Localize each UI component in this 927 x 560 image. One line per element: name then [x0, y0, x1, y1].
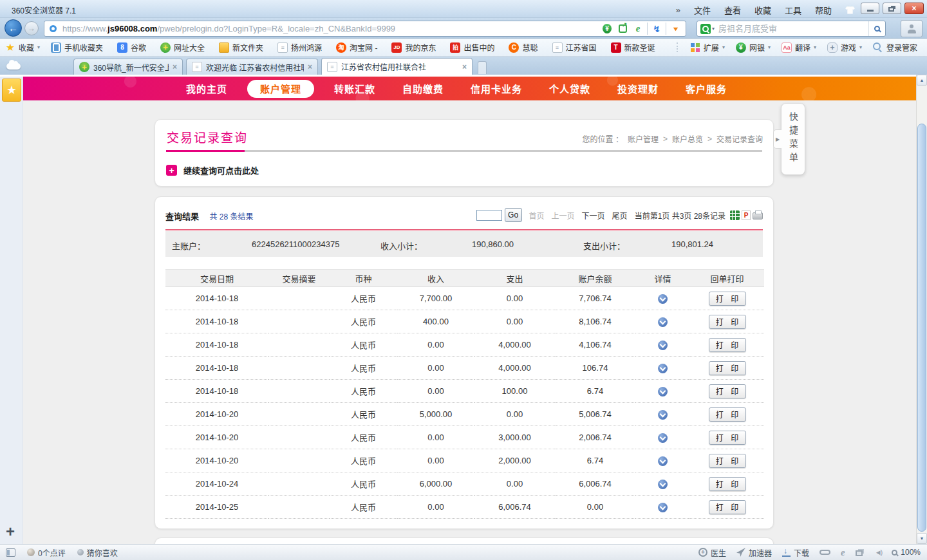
scroll-down-icon[interactable]: ▼: [917, 533, 927, 544]
last-page-link[interactable]: 尾页: [612, 210, 628, 221]
back-button[interactable]: ←: [5, 19, 22, 37]
restore-button[interactable]: [883, 3, 901, 14]
first-page-link[interactable]: 首页: [529, 210, 545, 221]
site-nav-item[interactable]: 我的主页: [173, 82, 241, 95]
site-nav-item[interactable]: 客户服务: [672, 82, 740, 95]
export-pdf-icon[interactable]: [742, 210, 751, 220]
print-receipt-button[interactable]: 打 印: [709, 338, 746, 352]
quick-menu-tab[interactable]: 快捷菜单: [781, 103, 805, 175]
recommend-status[interactable]: 猜你喜欢: [77, 547, 118, 558]
sidebar-add-icon[interactable]: [6, 524, 15, 539]
doctor-tool[interactable]: 医生: [698, 547, 726, 558]
tab-close-icon[interactable]: [308, 62, 312, 71]
print-receipt-button[interactable]: 打 印: [709, 315, 746, 329]
breadcrumb-link[interactable]: 交易记录查询: [716, 133, 763, 144]
bookmark-item[interactable]: 我的京东: [391, 42, 439, 53]
site-nav-item[interactable]: 转账汇款: [321, 82, 389, 95]
menu-item[interactable]: 收藏: [754, 4, 771, 16]
bookmark-item[interactable]: 扬州鸿源: [277, 42, 325, 53]
zoom-control[interactable]: 100%: [892, 548, 921, 557]
forward-button[interactable]: →: [24, 21, 39, 35]
browser-tab[interactable]: 欢迎光临 江苏省农村信用社联合: [186, 59, 318, 75]
site-nav-item[interactable]: 个人贷款: [536, 82, 604, 95]
mode-dropdown-icon[interactable]: ▼: [668, 21, 683, 36]
detail-expand-icon[interactable]: [658, 503, 668, 512]
bookmark-item[interactable]: 网址大全: [160, 42, 208, 53]
bookmark-item[interactable]: 江苏省国: [552, 42, 600, 53]
detail-expand-icon[interactable]: [658, 364, 668, 373]
skin-shirt-icon[interactable]: [845, 6, 855, 14]
close-button[interactable]: ×: [904, 3, 924, 14]
menu-item[interactable]: 文件: [694, 4, 711, 16]
ie-compat-icon[interactable]: e: [630, 21, 646, 36]
toolbar-tool[interactable]: 登录管家: [873, 42, 921, 53]
share-icon[interactable]: [615, 21, 630, 36]
scrollbar-thumb[interactable]: [917, 124, 926, 532]
toolbar-tool[interactable]: 扩展 ▾: [690, 42, 725, 53]
print-page-icon[interactable]: [753, 212, 763, 219]
accelerator-tool[interactable]: 加速器: [736, 547, 772, 558]
detail-expand-icon[interactable]: [658, 341, 668, 350]
continue-query-link[interactable]: 继续查询可点击此处: [166, 164, 259, 176]
print-receipt-button[interactable]: 打 印: [709, 292, 746, 306]
favorites-star-icon[interactable]: [2, 79, 21, 102]
print-receipt-button[interactable]: 打 印: [709, 431, 746, 445]
detail-expand-icon[interactable]: [658, 456, 668, 466]
detail-expand-icon[interactable]: [658, 387, 668, 397]
bookmark-item[interactable]: 慧聪: [509, 42, 541, 53]
detail-expand-icon[interactable]: [658, 480, 668, 489]
search-input[interactable]: [717, 23, 868, 34]
bookmark-item[interactable]: 出售中的: [450, 42, 498, 53]
toolbar-tool[interactable]: 网银 ▾: [736, 42, 771, 53]
reviews-status[interactable]: 0个点评: [27, 547, 66, 558]
print-receipt-button[interactable]: 打 印: [709, 384, 746, 398]
page-scrollbar[interactable]: ▲ ▼: [916, 75, 927, 544]
browser-tab[interactable]: 江苏省农村信用社联合社: [321, 58, 473, 75]
toolbar-tool[interactable]: 游戏 ▾: [827, 42, 862, 53]
go-button[interactable]: Go: [505, 208, 522, 222]
user-avatar-button[interactable]: [901, 20, 922, 37]
toolbar-tool[interactable]: 翻译 ▾: [782, 42, 816, 53]
menu-overflow-icon[interactable]: »: [676, 5, 680, 15]
bookmark-item[interactable]: 手机收藏夹: [51, 42, 106, 53]
print-receipt-button[interactable]: 打 印: [709, 500, 746, 514]
export-excel-icon[interactable]: [730, 210, 740, 220]
search-engine-icon[interactable]: [700, 24, 711, 34]
search-engine-dropdown-icon[interactable]: ▾: [712, 26, 715, 32]
prev-page-link[interactable]: 上一页: [552, 210, 575, 221]
new-tab-button[interactable]: [478, 61, 487, 74]
detail-expand-icon[interactable]: [658, 317, 668, 327]
bookmark-item[interactable]: 新文件夹: [219, 42, 267, 53]
menu-item[interactable]: 工具: [785, 4, 801, 16]
download-tool[interactable]: 下载: [782, 547, 809, 558]
site-nav-item[interactable]: 投资理财: [604, 82, 672, 95]
breadcrumb-link[interactable]: 账户管理: [628, 133, 659, 144]
detail-expand-icon[interactable]: [658, 410, 668, 420]
bookmark-item[interactable]: 收藏 ▾: [5, 42, 40, 53]
site-nav-item[interactable]: 账户管理: [247, 80, 314, 98]
bookmark-item[interactable]: 新款圣诞: [611, 42, 659, 53]
print-receipt-button[interactable]: 打 印: [709, 454, 746, 468]
address-bar[interactable]: https://www.js96008.com/pweb/prelogin.do…: [44, 21, 686, 37]
menu-item[interactable]: 查看: [724, 4, 741, 16]
minimize-button[interactable]: [861, 3, 879, 14]
speaker-icon[interactable]: ◄): [875, 548, 882, 556]
scroll-up-icon[interactable]: ▲: [917, 75, 927, 86]
collapse-arrow-icon[interactable]: [773, 129, 782, 149]
detail-expand-icon[interactable]: [658, 294, 668, 304]
next-page-link[interactable]: 下一页: [582, 210, 605, 221]
search-box[interactable]: ▾: [697, 21, 886, 37]
site-nav-item[interactable]: 信用卡业务: [457, 82, 536, 95]
print-receipt-button[interactable]: 打 印: [709, 407, 746, 422]
page-number-input[interactable]: [476, 210, 502, 221]
speed-mode-icon[interactable]: ↯: [649, 21, 664, 36]
bank-shield-icon[interactable]: ¥: [599, 21, 615, 36]
breadcrumb-link[interactable]: 账户总览: [672, 133, 703, 144]
windows-stack-icon[interactable]: [856, 550, 863, 556]
tab-close-icon[interactable]: [462, 62, 467, 71]
menu-item[interactable]: 帮助: [815, 4, 832, 16]
sidebar-toggle-icon[interactable]: [6, 548, 15, 557]
incognito-mask-icon[interactable]: [819, 550, 830, 555]
search-submit-icon[interactable]: [868, 21, 885, 36]
ie-mode-icon[interactable]: e: [841, 547, 845, 558]
